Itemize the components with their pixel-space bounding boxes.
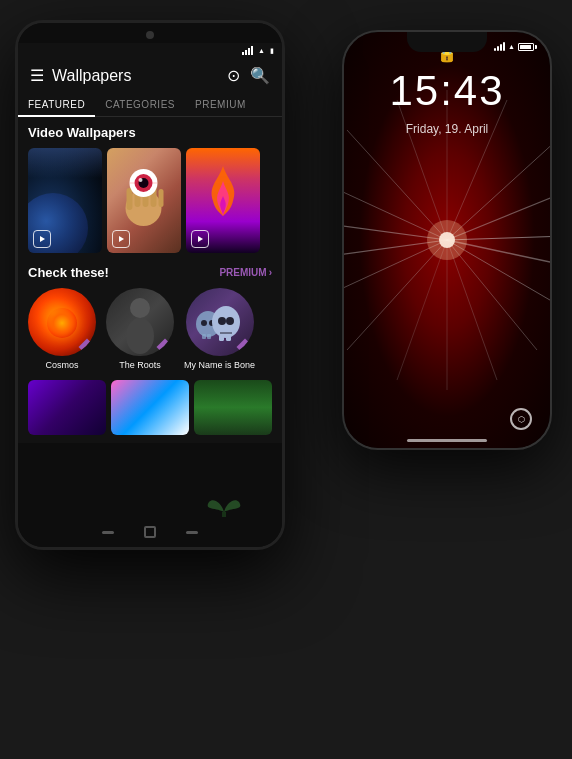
battery-status-icon: ▮ xyxy=(270,47,274,55)
content-area: Video Wallpapers xyxy=(18,117,282,443)
android-top-bar xyxy=(18,23,282,43)
bottom-thumb-2[interactable] xyxy=(111,380,189,435)
video-thumb-eye[interactable] xyxy=(107,148,181,253)
eye-illustration xyxy=(117,153,172,223)
bottom-thumb-3[interactable] xyxy=(194,380,272,435)
tab-premium[interactable]: PREMIUM xyxy=(185,93,256,116)
bottom-thumbnails-row xyxy=(28,380,272,435)
bottom-thumb-1[interactable] xyxy=(28,380,106,435)
svg-point-19 xyxy=(427,220,467,260)
svg-point-42 xyxy=(218,317,226,325)
app-header: ☰ Wallpapers ⊙ 🔍 xyxy=(18,58,282,93)
iphone-time: 15:43 xyxy=(344,67,550,115)
cosmos-sparkle xyxy=(47,308,77,338)
circle-item-cosmos[interactable]: Cosmos xyxy=(28,288,96,370)
iphone-notch xyxy=(407,32,487,52)
iphone-home-indicator[interactable] xyxy=(407,439,487,442)
check-these-header: Check these! PREMIUM › xyxy=(28,265,272,280)
premium-link[interactable]: PREMIUM › xyxy=(219,267,272,278)
android-device: ▲ ▮ ☰ Wallpapers ⊙ 🔍 FEATURED CATEGORIES… xyxy=(15,20,285,550)
svg-point-43 xyxy=(226,317,234,325)
svg-rect-36 xyxy=(207,334,211,339)
cosmos-label: Cosmos xyxy=(45,360,78,370)
android-screen: ▲ ▮ ☰ Wallpapers ⊙ 🔍 FEATURED CATEGORIES… xyxy=(18,43,282,443)
circle-item-roots[interactable]: The Roots xyxy=(106,288,174,370)
svg-line-4 xyxy=(447,240,497,380)
status-bar: ▲ ▮ xyxy=(18,43,282,58)
diamond-badge-cosmos xyxy=(79,339,96,356)
svg-line-16 xyxy=(447,140,550,240)
video-play-icon-3[interactable] xyxy=(191,230,209,248)
header-right: ⊙ 🔍 xyxy=(227,66,270,85)
tabs-bar: FEATURED CATEGORIES PREMIUM xyxy=(18,93,282,117)
android-camera xyxy=(146,31,154,39)
svg-rect-40 xyxy=(219,335,224,341)
hamburger-icon[interactable]: ☰ xyxy=(30,66,44,85)
iphone-camera-icon[interactable]: ⬡ xyxy=(510,408,532,430)
roots-image xyxy=(106,288,174,356)
svg-rect-41 xyxy=(226,335,231,341)
video-wallpapers-title: Video Wallpapers xyxy=(28,125,272,140)
svg-point-37 xyxy=(201,320,207,326)
circles-row: Cosmos The Roots xyxy=(28,288,272,370)
svg-point-32 xyxy=(130,298,150,318)
iphone-date: Friday, 19. April xyxy=(344,122,550,136)
circle-item-bone[interactable]: My Name is Bone xyxy=(184,288,255,370)
signal-bars-icon xyxy=(242,46,253,55)
nav-recent[interactable] xyxy=(186,531,198,534)
earth-glow xyxy=(28,148,102,178)
video-wallpapers-row xyxy=(28,148,272,253)
cosmos-image xyxy=(28,288,96,356)
header-left: ☰ Wallpapers xyxy=(30,66,131,85)
wifi-status-icon: ▲ xyxy=(258,47,265,54)
search-icon[interactable]: 🔍 xyxy=(250,66,270,85)
svg-line-13 xyxy=(397,100,447,240)
bone-label: My Name is Bone xyxy=(184,360,255,370)
settings-icon[interactable]: ⊙ xyxy=(227,66,240,85)
iphone-screen: 🔒 ▲ 15:43 Friday, 19. April ⬡ xyxy=(344,32,550,448)
svg-line-6 xyxy=(397,240,447,380)
video-play-icon-1[interactable] xyxy=(33,230,51,248)
android-nav-bar xyxy=(18,517,282,547)
svg-point-33 xyxy=(126,318,154,354)
bone-image xyxy=(186,288,254,356)
app-title: Wallpapers xyxy=(52,67,131,85)
nav-home[interactable] xyxy=(144,526,156,538)
check-these-title: Check these! xyxy=(28,265,109,280)
svg-line-7 xyxy=(347,240,447,350)
svg-line-12 xyxy=(347,130,447,240)
video-thumb-earth[interactable] xyxy=(28,148,102,253)
iphone-device: 🔒 ▲ 15:43 Friday, 19. April ⬡ xyxy=(342,30,552,450)
video-thumb-flame[interactable] xyxy=(186,148,260,253)
roots-label: The Roots xyxy=(119,360,161,370)
tab-categories[interactable]: CATEGORIES xyxy=(95,93,185,116)
nav-back[interactable] xyxy=(102,531,114,534)
svg-rect-21 xyxy=(127,188,133,210)
svg-rect-25 xyxy=(159,189,164,207)
video-play-icon-2[interactable] xyxy=(112,230,130,248)
svg-rect-35 xyxy=(202,334,206,339)
tab-featured[interactable]: FEATURED xyxy=(18,93,95,116)
svg-point-29 xyxy=(139,178,143,182)
